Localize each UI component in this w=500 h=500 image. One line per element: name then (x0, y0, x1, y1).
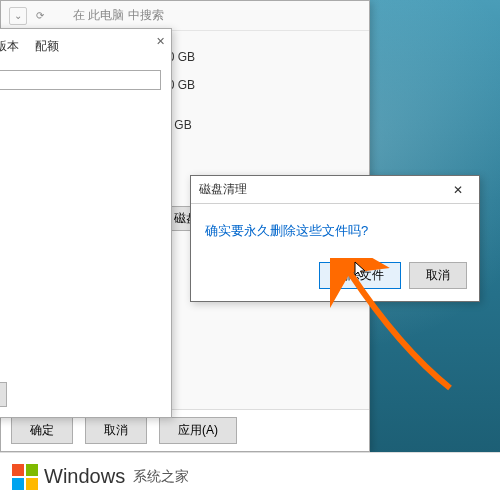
windows-logo-icon (12, 464, 38, 490)
search-input[interactable]: 在 此电脑 中搜索 (73, 7, 164, 24)
nav-bar: ⌄ ⟳ 在 此电脑 中搜索 (1, 1, 369, 31)
dialog-titlebar: 磁盘清理 ✕ (191, 176, 479, 204)
properties-tabs: 以前的版本 配额 (0, 29, 171, 58)
cancel-button[interactable]: 取消 (85, 417, 147, 444)
properties-body: .5 KB 字节 1 MB .0 KB 23 KB 9 MB 168 MB (0, 58, 171, 236)
dialog-message: 确实要永久删除这些文件吗? (191, 204, 479, 254)
tab-quota[interactable]: 配额 (27, 35, 67, 58)
site-name: 系统之家 (133, 468, 189, 486)
nav-down-icon[interactable]: ⌄ (9, 7, 27, 25)
tab-previous-versions[interactable]: 以前的版本 (0, 35, 27, 58)
apply-button[interactable]: 应用(A) (159, 417, 237, 444)
dialog-title-text: 磁盘清理 (199, 181, 247, 198)
properties-cancel-button[interactable]: 取消 (0, 382, 7, 407)
dialog-cancel-button[interactable]: 取消 (409, 262, 467, 289)
nav-refresh-icon[interactable]: ⟳ (31, 7, 49, 25)
brand-text: Windows (44, 465, 125, 488)
file-size-list: .5 KB 字节 1 MB .0 KB 23 KB 9 MB (0, 100, 161, 208)
footer-logo-bar: Windows 系统之家 (0, 452, 500, 500)
windows-logo: Windows 系统之家 (12, 464, 189, 490)
volume-label-input[interactable] (0, 70, 161, 90)
close-icon[interactable]: ✕ (156, 35, 165, 48)
dialog-button-row: 删除文件 取消 (191, 254, 479, 301)
mouse-cursor-icon (354, 261, 368, 279)
ok-button[interactable]: 确定 (11, 417, 73, 444)
confirm-delete-dialog: 磁盘清理 ✕ 确实要永久删除这些文件吗? 删除文件 取消 (190, 175, 480, 302)
dialog-close-button[interactable]: ✕ (437, 176, 479, 204)
cleanup-properties-window: ✕ 以前的版本 配额 .5 KB 字节 1 MB .0 KB 23 KB 9 M… (0, 28, 172, 418)
